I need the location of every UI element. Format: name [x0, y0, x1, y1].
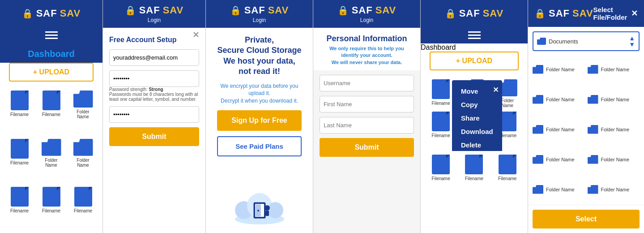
list-item[interactable]: Folder Name	[588, 116, 640, 143]
context-menu-item-copy[interactable]: Copy	[461, 98, 493, 112]
list-item[interactable]: Folder Name	[588, 56, 640, 83]
brand-saf-5: SAF	[459, 8, 480, 19]
list-item[interactable]: Folder Name	[533, 116, 585, 143]
folder-icon	[588, 125, 598, 134]
folder-icon	[533, 125, 543, 134]
panel-personal-info: 🔒 SAFSAV Login Personal Information We o…	[313, 0, 421, 233]
list-item[interactable]: Folder Name	[533, 146, 585, 173]
list-item[interactable]: Folder Name	[533, 176, 585, 203]
panel-dashboard-5: 🔒 SAFSAV Dashboard + UPLOAD Filename Fol…	[421, 0, 528, 233]
svg-point-7	[257, 210, 259, 211]
context-menu-close-icon[interactable]: ✕	[493, 83, 499, 97]
close-icon-6[interactable]: ✕	[631, 9, 638, 18]
panel-dashboard-1: 🔒 SAFSAV Dashboard + UPLOAD Filename Fil…	[0, 0, 103, 233]
file-icon	[432, 155, 450, 174]
dashboard-title-5: Dashboard	[421, 43, 528, 52]
personal-info-title: Personal Information	[313, 28, 420, 45]
submit-button-2[interactable]: Submit	[109, 127, 199, 146]
svg-rect-9	[265, 211, 269, 216]
header-subtitle-2: Login	[148, 17, 161, 23]
folder-selector-arrows: ▲▼	[629, 35, 635, 47]
username-field[interactable]	[320, 75, 414, 91]
logo-4: 🔒 SAFSAV	[337, 4, 397, 16]
close-icon[interactable]: ✕	[192, 30, 199, 40]
context-menu-item-delete[interactable]: Delete	[461, 138, 493, 151]
list-item[interactable]: Filename	[426, 155, 456, 230]
brand-sav-6: SAV	[572, 8, 593, 19]
brand-sav-2: SAV	[163, 4, 184, 16]
header-2: 🔒 SAFSAV Login	[103, 0, 205, 28]
password-strength-label: Password strength:	[109, 87, 149, 92]
svg-point-8	[264, 205, 270, 211]
folder-icon	[42, 139, 61, 156]
logo-icon-5: 🔒	[445, 8, 456, 19]
list-item[interactable]: Filename	[5, 187, 34, 229]
folder-grid: Folder Name Folder Name Folder Name Fold…	[528, 54, 644, 205]
hamburger-icon-1[interactable]	[45, 31, 58, 39]
folder-icon	[588, 95, 598, 104]
folder-selector[interactable]: Documents ▲▼	[533, 31, 640, 51]
list-item[interactable]: FolderName	[37, 139, 65, 184]
logo-icon-6: 🔒	[534, 8, 546, 19]
submit-button-4[interactable]: Submit	[320, 138, 414, 157]
folder-selector-icon	[537, 38, 546, 45]
folder-icon	[533, 155, 543, 164]
svg-point-3	[267, 202, 283, 218]
password-field[interactable]	[109, 70, 199, 87]
panel-select-file: 🔒 SAFSAV Select File/Folder ✕ Documents …	[528, 0, 644, 233]
paid-plans-button[interactable]: See Paid Plans	[217, 136, 302, 156]
brand-sav-1: SAV	[60, 8, 81, 19]
context-menu-item-move[interactable]: Move	[461, 85, 493, 98]
hamburger-section-5	[421, 27, 528, 43]
folder-icon	[533, 95, 543, 104]
upload-button-5[interactable]: + UPLOAD	[430, 52, 519, 70]
illustration	[230, 186, 289, 226]
header-subtitle-4: Login	[360, 17, 373, 23]
panel6-title: Select File/Folder	[593, 6, 631, 21]
file-icon	[11, 91, 29, 110]
password-strength-value: Strong	[149, 87, 163, 92]
list-item[interactable]: Filename	[459, 155, 489, 230]
email-field[interactable]	[109, 49, 199, 66]
header-6: 🔒 SAFSAV Select File/Folder ✕	[528, 0, 644, 27]
folder-icon	[73, 139, 93, 156]
hamburger-icon-5[interactable]	[468, 31, 481, 39]
context-menu-item-share[interactable]: Share	[461, 112, 493, 125]
password-requirements: Passwords must be 8 characters long with…	[109, 92, 198, 102]
brand-saf-3: SAF	[244, 4, 265, 16]
list-item[interactable]: FolderName	[69, 139, 97, 184]
list-item[interactable]: Folder Name	[533, 56, 585, 83]
signup-button[interactable]: Sign Up for Free	[217, 110, 302, 131]
list-item[interactable]: Filename	[37, 187, 65, 229]
logo-icon-3: 🔒	[230, 5, 242, 16]
account-setup-form: Free Account Setup ✕ Password strength: …	[103, 28, 205, 233]
list-item[interactable]: Filename	[5, 139, 34, 184]
list-item[interactable]: Folder Name	[588, 146, 640, 173]
lastname-field[interactable]	[320, 117, 414, 134]
upload-button-1[interactable]: + UPLOAD	[9, 63, 94, 82]
list-item[interactable]: Filename	[69, 187, 97, 229]
list-item[interactable]: Filename	[426, 79, 456, 108]
list-item[interactable]: Folder Name	[588, 176, 640, 203]
list-item[interactable]: Filename	[37, 91, 65, 135]
logo-icon-1: 🔒	[22, 8, 34, 19]
form-title: Free Account Setup	[109, 36, 177, 44]
list-item[interactable]: Folder Name	[588, 86, 640, 113]
select-button[interactable]: Select	[533, 210, 640, 229]
list-item[interactable]: Filename	[426, 112, 456, 138]
list-item[interactable]: Folder Name	[533, 86, 585, 113]
firstname-field[interactable]	[320, 96, 414, 112]
file-icon	[74, 187, 92, 207]
list-item[interactable]: Filename	[5, 91, 34, 135]
folder-icon	[588, 185, 598, 194]
list-item[interactable]: FolderName	[69, 91, 97, 135]
context-menu-item-download[interactable]: Download	[461, 125, 493, 138]
logo-6: 🔒 SAFSAV	[534, 8, 593, 19]
list-item[interactable]: Filename	[493, 155, 522, 230]
folder-icon	[73, 91, 93, 108]
file-icon	[11, 139, 29, 159]
brand-sav-4: SAV	[375, 4, 397, 16]
brand-sav-5: SAV	[483, 8, 504, 19]
file-icon	[432, 112, 450, 131]
password-confirm-field[interactable]	[109, 106, 199, 123]
